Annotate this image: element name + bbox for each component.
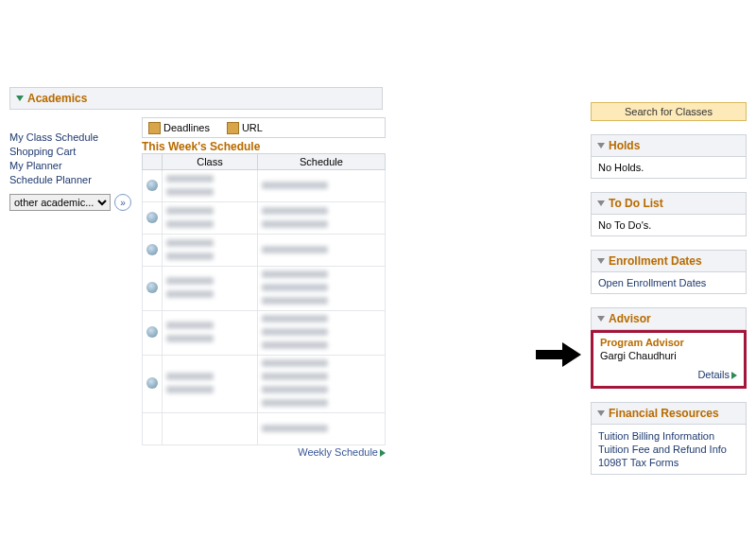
sidebar-links: My Class Schedule Shopping Cart My Plann… — [9, 131, 132, 187]
annotation-arrow — [536, 342, 585, 367]
chevron-right-icon — [731, 372, 737, 379]
class-icon — [146, 244, 158, 255]
collapse-icon — [16, 96, 24, 101]
advisor-details-link[interactable]: Details — [697, 369, 737, 380]
advisor-name: Gargi Chaudhuri — [600, 350, 737, 361]
holds-body: No Holds. — [591, 157, 747, 179]
weekly-schedule-link-row: Weekly Schedule — [142, 446, 386, 458]
schedule-table: Class Schedule — [142, 153, 386, 445]
chevron-down-icon — [597, 316, 605, 322]
financial-body: Tuition Billing Information Tuition Fee … — [591, 425, 747, 475]
holds-header[interactable]: Holds — [591, 134, 747, 157]
search-classes-button[interactable]: Search for Classes — [591, 102, 747, 121]
table-row — [143, 235, 386, 267]
go-button[interactable]: » — [114, 194, 131, 211]
table-row — [143, 170, 386, 202]
url-label: URL — [242, 122, 263, 133]
table-row — [143, 267, 386, 311]
link-1098t-tax[interactable]: 1098T Tax Forms — [598, 456, 739, 469]
toolbar: Deadlines URL — [142, 117, 386, 138]
todo-title: To Do List — [609, 197, 663, 210]
academics-title: Academics — [27, 92, 87, 105]
table-row — [143, 202, 386, 235]
todo-body: No To Do's. — [591, 215, 747, 236]
class-icon — [146, 282, 158, 293]
enroll-header[interactable]: Enrollment Dates — [591, 250, 747, 272]
holds-title: Holds — [609, 139, 640, 152]
advisor-body: Program Advisor Gargi Chaudhuri Details — [593, 333, 744, 386]
todo-header[interactable]: To Do List — [591, 192, 747, 215]
advisor-title: Advisor — [609, 312, 651, 325]
chevron-down-icon — [597, 200, 605, 206]
col-schedule: Schedule — [257, 154, 385, 170]
other-academic-row: other academic... » — [9, 194, 131, 211]
financial-title: Financial Resources — [609, 407, 719, 420]
enroll-body: Open Enrollment Dates — [591, 272, 747, 294]
link-tuition-billing[interactable]: Tuition Billing Information — [598, 429, 739, 443]
class-icon — [146, 180, 158, 191]
url-icon — [227, 122, 239, 134]
chevron-down-icon — [597, 258, 605, 264]
chevron-down-icon — [597, 143, 605, 148]
class-icon — [146, 377, 158, 389]
open-enrollment-link[interactable]: Open Enrollment Dates — [598, 277, 739, 288]
deadlines-button[interactable]: Deadlines — [148, 122, 210, 134]
financial-header[interactable]: Financial Resources — [591, 402, 747, 425]
url-button[interactable]: URL — [227, 122, 263, 134]
link-tuition-refund[interactable]: Tuition Fee and Refund Info — [598, 443, 739, 456]
deadlines-icon — [148, 122, 161, 134]
class-icon — [146, 212, 158, 223]
chevron-right-icon — [380, 449, 386, 457]
link-schedule-planner[interactable]: Schedule Planner — [9, 173, 132, 187]
schedule-title: This Week's Schedule — [142, 140, 260, 153]
right-column: Search for Classes Holds No Holds. To Do… — [591, 102, 747, 475]
advisor-highlight: Program Advisor Gargi Chaudhuri Details — [591, 330, 747, 389]
advisor-label: Program Advisor — [600, 337, 737, 348]
deadlines-label: Deadlines — [163, 122, 210, 133]
class-icon — [146, 326, 158, 338]
chevron-down-icon — [597, 410, 605, 416]
weekly-schedule-link[interactable]: Weekly Schedule — [298, 446, 386, 458]
table-row — [143, 413, 386, 445]
link-shopping-cart[interactable]: Shopping Cart — [9, 145, 132, 159]
advisor-header[interactable]: Advisor — [591, 307, 747, 330]
col-icon — [143, 154, 163, 170]
link-my-planner[interactable]: My Planner — [9, 159, 132, 173]
academics-header[interactable]: Academics — [9, 87, 383, 110]
table-row — [143, 311, 386, 356]
link-my-class-schedule[interactable]: My Class Schedule — [9, 131, 132, 145]
col-class: Class — [163, 154, 258, 170]
table-row — [143, 356, 386, 413]
other-academic-select[interactable]: other academic... — [9, 194, 111, 211]
arrow-right-icon — [562, 342, 581, 367]
enroll-title: Enrollment Dates — [609, 254, 702, 268]
